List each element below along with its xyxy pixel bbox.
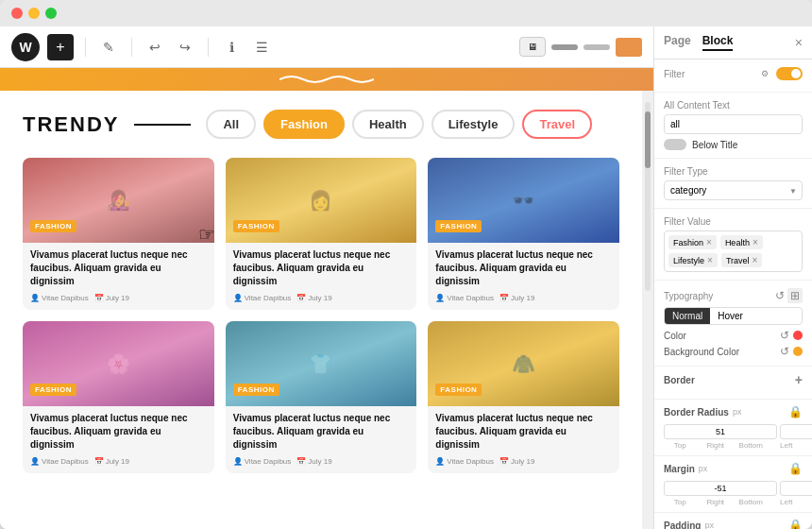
below-title-toggle[interactable] xyxy=(664,139,686,150)
filter-header-row: Filter ⚙ xyxy=(664,67,803,80)
color-label: Color xyxy=(664,331,686,341)
close-dot[interactable] xyxy=(11,8,23,19)
filter-tag-fashion[interactable]: Fashion × xyxy=(668,235,717,249)
typography-settings-icon[interactable]: ⊞ xyxy=(787,288,803,303)
remove-health-tag[interactable]: × xyxy=(753,237,758,247)
undo-icon[interactable]: ↩ xyxy=(144,36,166,59)
scrollbar[interactable] xyxy=(642,91,653,529)
padding-header: Padding px 🔒 xyxy=(664,519,803,529)
wp-logo[interactable]: W xyxy=(11,33,40,61)
tab-page[interactable]: Page xyxy=(664,34,691,51)
bg-color-reset-icon[interactable]: ↺ xyxy=(780,345,789,358)
app-window: W + ✎ ↩ ↪ ℹ ☰ 🖥 xyxy=(0,0,812,529)
typography-reset-icon[interactable]: ↺ xyxy=(775,289,785,302)
filter-tag-lifestyle[interactable]: Lifestyle × xyxy=(668,253,718,267)
filter-tag-travel[interactable]: Travel × xyxy=(721,253,763,267)
margin-label-right: Right xyxy=(700,498,733,506)
card-date-5: 📅 July 19 xyxy=(296,457,331,466)
info-icon[interactable]: ℹ xyxy=(220,36,243,59)
close-panel-button[interactable]: × xyxy=(795,35,803,50)
typo-hover-button[interactable]: Hover xyxy=(710,308,751,324)
card-title-5: Vivamus placerat luctus neque nec faucib… xyxy=(233,412,410,452)
card-body-6: Vivamus placerat luctus neque nec faucib… xyxy=(428,406,619,473)
filter-tab-all[interactable]: All xyxy=(206,110,256,139)
edit-icon[interactable]: ✎ xyxy=(97,36,120,59)
border-add-icon[interactable]: + xyxy=(795,372,803,387)
tab-block[interactable]: Block xyxy=(702,34,734,51)
bg-color-label: Background Color xyxy=(664,347,739,357)
redo-icon[interactable]: ↪ xyxy=(174,36,196,59)
filter-value-section: Filter Value Fashion × Health × Lifestyl… xyxy=(654,209,812,281)
typography-label: Typography xyxy=(664,291,713,301)
border-label: Border xyxy=(664,375,695,385)
margin-right[interactable] xyxy=(780,481,812,496)
border-radius-inputs xyxy=(664,424,803,439)
border-radius-unit: px xyxy=(733,407,742,417)
filter-tab-lifestyle[interactable]: Lifestyle xyxy=(431,110,516,139)
add-block-button[interactable]: + xyxy=(47,34,74,60)
bg-color-row: Background Color ↺ xyxy=(664,345,803,358)
scroll-track xyxy=(645,102,651,291)
color-row: Color ↺ xyxy=(664,329,803,342)
toolbar: W + ✎ ↩ ↪ ℹ ☰ 🖥 xyxy=(0,26,653,68)
typo-normal-button[interactable]: Normal xyxy=(665,308,710,324)
card-2[interactable]: 👩 FASHION Vivamus placerat luctus neque … xyxy=(226,158,417,310)
trendy-divider xyxy=(134,124,191,126)
color-reset-icon[interactable]: ↺ xyxy=(780,329,789,342)
panel-tabs: Page Block xyxy=(664,34,733,51)
card-badge-4: FASHION xyxy=(30,384,76,396)
content-text-input[interactable] xyxy=(664,114,803,134)
border-radius-lock-icon[interactable]: 🔒 xyxy=(788,405,803,418)
card-1[interactable]: 👩‍🎤 FASHION Vivamus placerat luctus nequ… xyxy=(23,158,214,310)
toolbar-publish-button[interactable] xyxy=(616,38,642,57)
filter-tab-health[interactable]: Health xyxy=(352,110,424,139)
card-date-2: 📅 July 19 xyxy=(296,294,331,302)
card-date-4: 📅 July 19 xyxy=(94,457,129,466)
list-icon[interactable]: ☰ xyxy=(250,36,273,59)
margin-lock-icon[interactable]: 🔒 xyxy=(788,462,803,475)
card-title-1: Vivamus placerat luctus neque nec faucib… xyxy=(30,248,207,288)
border-radius-right[interactable] xyxy=(780,424,812,439)
minimize-dot[interactable] xyxy=(28,8,40,19)
panel-header: Page Block × xyxy=(654,26,812,60)
card-badge-6: FASHION xyxy=(435,384,482,396)
filter-toggle[interactable] xyxy=(776,67,803,80)
border-header: Border + xyxy=(664,372,803,387)
card-6[interactable]: 🧥 FASHION Vivamus placerat luctus neque … xyxy=(428,321,619,473)
card-4[interactable]: 🌸 FASHION Vivamus placerat luctus neque … xyxy=(23,321,214,473)
remove-lifestyle-tag[interactable]: × xyxy=(707,255,713,265)
border-radius-top[interactable] xyxy=(664,424,777,439)
color-picker-button[interactable] xyxy=(793,331,803,340)
card-date-3: 📅 July 19 xyxy=(499,294,534,302)
filter-value-label: Filter Value xyxy=(664,216,803,227)
card-badge-5: FASHION xyxy=(233,384,279,396)
card-author-1: 👤 Vitae Dapibus xyxy=(30,294,89,302)
content-area: TRENDY All Fashion Health Lifestyle Trav… xyxy=(0,91,653,529)
filter-tab-travel[interactable]: Travel xyxy=(522,110,592,139)
remove-travel-tag[interactable]: × xyxy=(753,255,758,265)
card-body-2: Vivamus placerat luctus neque nec faucib… xyxy=(226,243,417,310)
margin-top[interactable] xyxy=(664,481,777,496)
br-label-top: Top xyxy=(664,441,697,450)
card-body-5: Vivamus placerat luctus neque nec faucib… xyxy=(226,406,417,473)
border-radius-header: Border Radius px 🔒 xyxy=(664,405,803,418)
trendy-title: TRENDY xyxy=(23,112,119,137)
title-bar xyxy=(0,0,812,26)
filter-tab-fashion[interactable]: Fashion xyxy=(263,110,345,139)
filter-tag-health[interactable]: Health × xyxy=(720,235,763,249)
filter-tags-container: Fashion × Health × Lifestyle × Travel × xyxy=(664,230,803,272)
trendy-header: TRENDY All Fashion Health Lifestyle Trav… xyxy=(23,110,619,139)
maximize-dot[interactable] xyxy=(45,8,57,19)
card-5[interactable]: 👕 FASHION Vivamus placerat luctus neque … xyxy=(226,321,417,473)
remove-fashion-tag[interactable]: × xyxy=(706,237,712,247)
filter-type-select[interactable]: category tag author xyxy=(664,180,803,200)
scroll-thumb[interactable] xyxy=(645,111,651,168)
card-badge-2: FASHION xyxy=(233,220,279,232)
padding-section: Padding px 🔒 Top Right Bottom Left xyxy=(654,513,812,529)
filter-section: Filter ⚙ xyxy=(654,60,812,93)
bg-color-picker-button[interactable] xyxy=(793,347,803,356)
padding-lock-icon[interactable]: 🔒 xyxy=(788,519,803,529)
card-3[interactable]: 🕶️ FASHION Vivamus placerat luctus neque… xyxy=(428,158,619,310)
preview-button[interactable]: 🖥 xyxy=(519,37,546,57)
card-title-6: Vivamus placerat luctus neque nec faucib… xyxy=(435,412,612,452)
